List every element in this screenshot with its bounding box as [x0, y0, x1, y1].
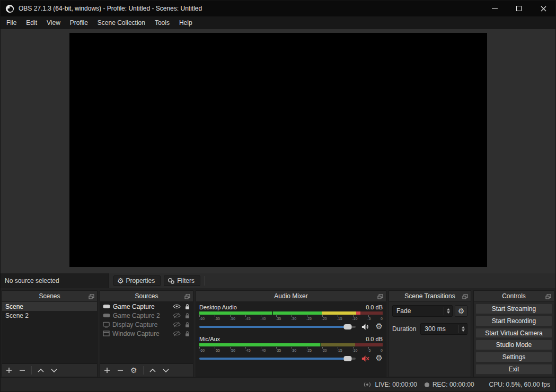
arrow-up-icon — [462, 326, 465, 328]
studio-mode-button[interactable]: Studio Mode — [475, 340, 552, 350]
transitions-dock-options-button[interactable] — [461, 293, 469, 300]
audio-mixer-panel: Audio Mixer Desktop Audio 0.0 dB — [196, 290, 386, 377]
minus-icon — [117, 367, 123, 373]
menu-profile[interactable]: Profile — [65, 17, 93, 29]
transition-select[interactable]: Fade — [392, 305, 453, 317]
chevron-down-icon — [163, 369, 169, 372]
menubar: File Edit View Profile Scene Collection … — [1, 16, 555, 29]
controls-dock-options-button[interactable] — [544, 293, 552, 300]
lock-icon[interactable] — [184, 331, 190, 337]
dock-icon — [377, 294, 383, 299]
remove-source-button[interactable] — [117, 367, 123, 373]
combo-spinner[interactable] — [444, 307, 450, 315]
window-icon — [103, 331, 110, 336]
channel-settings-button[interactable]: ⚙ — [376, 354, 383, 362]
lock-icon[interactable] — [184, 304, 190, 310]
scene-item-scene[interactable]: Scene — [2, 302, 97, 311]
remove-scene-button[interactable] — [19, 367, 25, 373]
source-properties-button[interactable]: ⚙ — [130, 367, 137, 374]
visibility-eye-off-icon[interactable] — [173, 313, 181, 318]
menu-edit[interactable]: Edit — [21, 17, 42, 29]
volume-meter — [199, 343, 383, 346]
add-scene-button[interactable] — [6, 367, 12, 373]
source-down-button[interactable] — [163, 369, 169, 372]
unmute-button[interactable] — [361, 355, 370, 362]
transition-properties-button[interactable]: ⚙ — [455, 305, 467, 317]
audio-mixer-title: Audio Mixer — [274, 292, 307, 300]
sources-dock-options-button[interactable] — [183, 293, 191, 300]
source-item-display-capture[interactable]: Display Capture — [100, 320, 193, 329]
volume-slider[interactable] — [199, 358, 356, 360]
source-item-game-capture-2[interactable]: Game Capture 2 — [100, 311, 193, 320]
docks: Scenes Scene Scene 2 — [1, 288, 555, 377]
visibility-eye-off-icon[interactable] — [173, 322, 181, 327]
menu-tools[interactable]: Tools — [150, 17, 174, 29]
sources-panel-header: Sources — [100, 291, 193, 302]
maximize-button[interactable] — [507, 1, 531, 16]
channel-settings-button[interactable]: ⚙ — [376, 323, 383, 331]
dock-icon — [462, 294, 468, 299]
mute-button[interactable] — [361, 323, 370, 331]
add-source-button[interactable] — [104, 367, 110, 373]
menu-view[interactable]: View — [42, 17, 65, 29]
gamepad-icon — [103, 313, 110, 318]
filters-button[interactable]: Filters — [164, 275, 200, 286]
exit-button[interactable]: Exit — [475, 364, 552, 375]
menu-scene-collection[interactable]: Scene Collection — [93, 17, 150, 29]
duration-spinner[interactable] — [458, 325, 465, 333]
start-streaming-button[interactable]: Start Streaming — [475, 304, 552, 314]
toolbar-separator — [205, 276, 205, 286]
source-status-label: No source selected — [1, 273, 109, 288]
minimize-button[interactable] — [482, 1, 507, 16]
start-virtual-camera-button[interactable]: Start Virtual Camera — [475, 328, 552, 338]
minus-icon — [19, 367, 25, 373]
lock-icon[interactable] — [184, 322, 190, 328]
scene-transitions-panel: Scene Transitions Fade — [389, 290, 471, 377]
lock-icon[interactable] — [184, 313, 190, 319]
start-recording-button[interactable]: Start Recording — [475, 316, 552, 326]
source-item-game-capture[interactable]: Game Capture — [100, 302, 193, 311]
duration-label: Duration — [392, 325, 416, 333]
source-up-button[interactable] — [149, 369, 156, 372]
close-button[interactable] — [531, 1, 555, 16]
transitions-panel-header: Scene Transitions — [389, 291, 471, 302]
duration-spinbox[interactable]: 300 ms — [420, 323, 467, 335]
source-item-label: Game Capture — [113, 303, 170, 310]
visibility-eye-off-icon[interactable] — [173, 331, 181, 336]
toolbar-separator — [143, 366, 144, 375]
volume-slider-handle[interactable] — [343, 324, 351, 329]
obs-window: OBS 27.1.3 (64-bit, windows) - Profile: … — [0, 0, 556, 392]
settings-button[interactable]: Settings — [475, 352, 552, 362]
scenes-dock-options-button[interactable] — [87, 293, 95, 300]
volume-slider-handle[interactable] — [343, 356, 351, 361]
volume-meter — [199, 311, 383, 315]
transitions-panel-title: Scene Transitions — [404, 292, 455, 300]
plus-icon — [104, 367, 110, 373]
transition-selected-value: Fade — [396, 307, 442, 315]
plus-icon — [6, 367, 12, 373]
statusbar: LIVE: 00:00:00 REC: 00:00:00 CPU: 0.5%, … — [1, 377, 555, 391]
audio-mixer-header: Audio Mixer — [196, 291, 386, 302]
controls-panel-header: Controls — [474, 291, 554, 302]
menu-file[interactable]: File — [2, 17, 21, 29]
scene-item-scene-2[interactable]: Scene 2 — [2, 311, 97, 320]
chevron-up-icon — [149, 369, 156, 372]
peak-marker — [272, 311, 273, 315]
filters-button-label: Filters — [177, 277, 195, 284]
source-item-window-capture[interactable]: Window Capture — [100, 329, 193, 338]
scenes-panel: Scenes Scene Scene 2 — [2, 290, 98, 377]
preview-canvas[interactable] — [69, 33, 487, 267]
gear-icon: ⚙ — [117, 277, 124, 284]
channel-db-value: 0.0 dB — [366, 304, 383, 310]
toolbar-separator — [31, 366, 32, 375]
visibility-eye-icon[interactable] — [173, 304, 181, 309]
volume-slider[interactable] — [199, 326, 356, 328]
preview-area — [1, 29, 555, 273]
properties-button[interactable]: ⚙ Properties — [113, 275, 161, 286]
arrow-up-icon — [447, 308, 450, 310]
scene-down-button[interactable] — [51, 369, 57, 372]
channel-name: Desktop Audio — [199, 304, 237, 310]
scene-up-button[interactable] — [38, 369, 44, 372]
mixer-dock-options-button[interactable] — [376, 293, 384, 300]
menu-help[interactable]: Help — [174, 17, 197, 29]
